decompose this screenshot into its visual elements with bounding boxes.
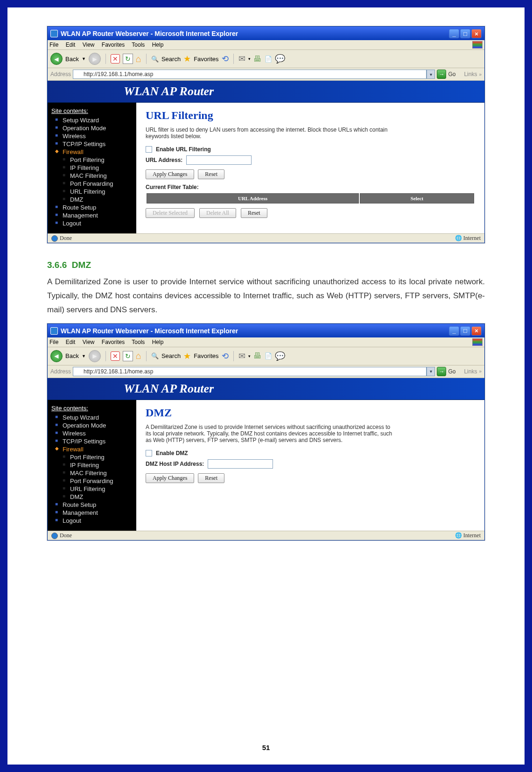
menu-help[interactable]: Help: [152, 339, 164, 345]
sidebar-port-forwarding[interactable]: Port Forwarding: [63, 180, 133, 188]
sidebar-logout[interactable]: Logout: [55, 219, 133, 227]
menu-file[interactable]: File: [49, 42, 58, 48]
minimize-button[interactable]: _: [449, 326, 459, 336]
sidebar-port-filtering[interactable]: Port Filtering: [63, 156, 133, 164]
reset-button-2[interactable]: Reset: [241, 208, 267, 218]
menu-view[interactable]: View: [83, 42, 95, 48]
delete-all-button[interactable]: Delete All: [199, 208, 236, 218]
menu-help[interactable]: Help: [152, 42, 164, 48]
maximize-button[interactable]: □: [460, 29, 470, 38]
menu-file[interactable]: File: [49, 339, 58, 345]
menu-favorites[interactable]: Favorites: [102, 42, 125, 48]
sidebar-url-filtering[interactable]: URL Filtering: [63, 485, 133, 493]
refresh-button[interactable]: ↻: [123, 54, 133, 64]
window-title: WLAN AP Router Webserver - Microsoft Int…: [61, 30, 238, 37]
sidebar-url-filtering[interactable]: URL Filtering: [63, 188, 133, 196]
menu-tools[interactable]: Tools: [132, 42, 145, 48]
edit-button[interactable]: 📄: [265, 352, 272, 359]
discuss-button[interactable]: 💬: [275, 54, 285, 64]
apply-button[interactable]: Apply Changes: [146, 169, 194, 179]
sidebar-management[interactable]: Management: [55, 509, 133, 517]
zone-label: Internet: [463, 532, 481, 539]
back-button[interactable]: ◄: [50, 350, 63, 362]
menu-view[interactable]: View: [83, 339, 95, 345]
sidebar-firewall[interactable]: Firewall: [55, 148, 133, 156]
delete-selected-button[interactable]: Delete Selected: [146, 208, 195, 218]
address-input[interactable]: http://192.168.1.1/home.asp: [73, 70, 427, 79]
favorites-icon[interactable]: ★: [183, 351, 191, 361]
refresh-button[interactable]: ↻: [123, 351, 133, 361]
history-button[interactable]: ⟲: [222, 351, 229, 361]
links-label[interactable]: Links: [464, 368, 477, 375]
back-menu-dropdown[interactable]: ▼: [82, 354, 86, 358]
forward-button[interactable]: ►: [89, 53, 101, 65]
stop-button[interactable]: ✕: [111, 351, 120, 361]
sidebar-mac-filtering[interactable]: MAC Filtering: [63, 469, 133, 477]
sidebar-logout[interactable]: Logout: [55, 517, 133, 525]
sidebar-setup-wizard[interactable]: Setup Wizard: [55, 414, 133, 421]
sidebar-wireless[interactable]: Wireless: [55, 132, 133, 140]
reset-button[interactable]: Reset: [198, 473, 224, 483]
sidebar-firewall[interactable]: Firewall: [55, 445, 133, 453]
minimize-button[interactable]: _: [449, 29, 459, 38]
stop-button[interactable]: ✕: [111, 54, 120, 63]
sidebar-operation-mode[interactable]: Operation Mode: [55, 421, 133, 429]
menu-edit[interactable]: Edit: [66, 339, 76, 345]
home-button[interactable]: ⌂: [136, 351, 141, 361]
home-button[interactable]: ⌂: [136, 54, 141, 64]
apply-button[interactable]: Apply Changes: [146, 473, 194, 483]
forward-button[interactable]: ►: [89, 350, 101, 362]
address-dropdown[interactable]: ▾: [427, 367, 435, 376]
sidebar-tcpip[interactable]: TCP/IP Settings: [55, 437, 133, 445]
sidebar-route-setup[interactable]: Route Setup: [55, 501, 133, 509]
mail-button[interactable]: ✉: [238, 54, 245, 64]
go-button[interactable]: →: [437, 367, 446, 376]
zone-icon: 🌐: [455, 235, 462, 241]
menu-tools[interactable]: Tools: [132, 339, 145, 345]
back-menu-dropdown[interactable]: ▼: [82, 56, 86, 61]
print-button[interactable]: 🖶: [253, 351, 262, 361]
url-address-input[interactable]: [186, 155, 252, 165]
sidebar-route-setup[interactable]: Route Setup: [55, 204, 133, 211]
sidebar-ip-filtering[interactable]: IP Filtering: [63, 164, 133, 172]
sidebar-setup-wizard[interactable]: Setup Wizard: [55, 116, 133, 124]
maximize-button[interactable]: □: [460, 326, 470, 336]
address-dropdown[interactable]: ▾: [427, 70, 435, 79]
address-input[interactable]: http://192.168.1.1/home.asp: [73, 367, 427, 376]
sidebar-port-forwarding[interactable]: Port Forwarding: [63, 477, 133, 485]
sidebar-management[interactable]: Management: [55, 211, 133, 219]
close-button[interactable]: ×: [471, 326, 482, 336]
mail-button[interactable]: ✉: [238, 351, 245, 361]
search-icon[interactable]: 🔍: [151, 56, 159, 63]
menu-favorites[interactable]: Favorites: [102, 339, 125, 345]
links-label[interactable]: Links: [464, 71, 477, 77]
status-icon: [51, 235, 58, 242]
favorites-icon[interactable]: ★: [183, 54, 191, 64]
sidebar-operation-mode[interactable]: Operation Mode: [55, 124, 133, 132]
enable-dmz-checkbox[interactable]: [146, 450, 152, 456]
sidebar-dmz[interactable]: DMZ: [63, 493, 133, 501]
favorites-label[interactable]: Favorites: [194, 56, 218, 63]
search-label[interactable]: Search: [161, 352, 181, 359]
sidebar-wireless[interactable]: Wireless: [55, 429, 133, 437]
edit-button[interactable]: 📄: [265, 56, 272, 63]
close-button[interactable]: ×: [471, 29, 482, 38]
history-button[interactable]: ⟲: [222, 54, 229, 64]
enable-url-checkbox[interactable]: [146, 146, 152, 153]
search-label[interactable]: Search: [161, 56, 181, 63]
reset-button[interactable]: Reset: [198, 169, 224, 179]
sidebar-port-filtering[interactable]: Port Filtering: [63, 453, 133, 461]
menu-edit[interactable]: Edit: [66, 42, 76, 48]
dmz-host-input[interactable]: [208, 459, 273, 469]
go-button[interactable]: →: [437, 70, 446, 79]
print-button[interactable]: 🖶: [253, 54, 262, 64]
back-button[interactable]: ◄: [50, 53, 63, 65]
sidebar-tcpip[interactable]: TCP/IP Settings: [55, 140, 133, 148]
sidebar-ip-filtering[interactable]: IP Filtering: [63, 461, 133, 469]
sidebar-mac-filtering[interactable]: MAC Filtering: [63, 172, 133, 180]
sidebar-header: Site contents:: [51, 405, 133, 412]
discuss-button[interactable]: 💬: [275, 351, 285, 361]
search-icon[interactable]: 🔍: [151, 352, 159, 359]
sidebar-dmz[interactable]: DMZ: [63, 196, 133, 204]
favorites-label[interactable]: Favorites: [194, 352, 218, 359]
